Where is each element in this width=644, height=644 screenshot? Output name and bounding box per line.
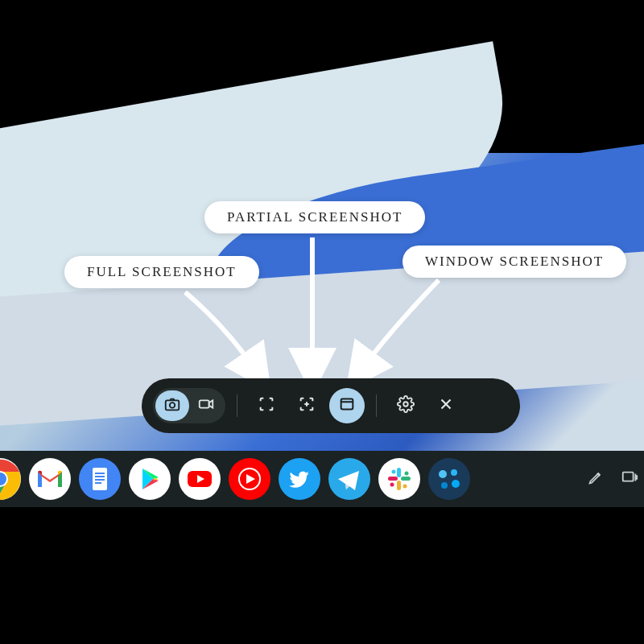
app-youtube-music[interactable] <box>229 458 270 500</box>
svg-rect-37 <box>623 473 634 481</box>
svg-point-36 <box>452 480 460 488</box>
svg-point-4 <box>403 402 408 407</box>
app-telegram[interactable] <box>328 458 370 500</box>
svg-point-28 <box>392 470 396 474</box>
svg-point-30 <box>403 485 407 489</box>
shelf-status-area <box>588 469 644 489</box>
app-twitter[interactable] <box>279 458 320 500</box>
toolbar-divider <box>237 394 237 417</box>
svg-point-31 <box>390 483 394 487</box>
screenshot-mode-button[interactable] <box>155 390 189 421</box>
capture-mode-toggle <box>153 388 225 423</box>
annotation-full-screenshot: FULL SCREENSHOT <box>64 256 259 288</box>
svg-point-1 <box>170 402 175 407</box>
app-slack[interactable] <box>378 458 420 500</box>
full-screenshot-button[interactable] <box>249 388 284 423</box>
arrow-full <box>177 286 282 394</box>
svg-point-9 <box>29 458 71 500</box>
window-screenshot-button[interactable] <box>329 388 365 423</box>
svg-rect-2 <box>200 400 209 407</box>
partial-corners-plus-icon <box>298 395 316 416</box>
screen-record-mode-button[interactable] <box>189 390 223 421</box>
svg-point-29 <box>405 472 409 476</box>
app-unknown-colorful[interactable] <box>428 458 470 500</box>
svg-rect-27 <box>388 477 398 481</box>
window-icon <box>338 395 356 416</box>
window-overview-icon <box>620 475 639 489</box>
gear-icon <box>397 395 415 416</box>
app-chrome[interactable] <box>0 458 21 500</box>
app-docs[interactable] <box>79 458 121 500</box>
annotation-window-screenshot: WINDOW SCREENSHOT <box>402 246 626 278</box>
close-icon <box>437 395 455 416</box>
partial-screenshot-button[interactable] <box>289 388 324 423</box>
svg-rect-26 <box>397 481 401 490</box>
capture-toolbar <box>142 378 520 433</box>
svg-point-33 <box>439 470 447 478</box>
arrow-window <box>350 274 455 386</box>
svg-rect-3 <box>341 399 353 410</box>
svg-rect-14 <box>95 479 105 481</box>
svg-rect-25 <box>401 477 411 481</box>
svg-point-35 <box>441 482 448 489</box>
pen-icon <box>588 474 604 488</box>
app-youtube[interactable] <box>179 458 221 500</box>
close-capture-button[interactable] <box>428 388 464 423</box>
stylus-tool-button[interactable] <box>588 469 604 489</box>
svg-rect-13 <box>95 476 105 477</box>
svg-rect-0 <box>166 400 180 410</box>
video-camera-icon <box>197 395 215 416</box>
overview-button[interactable] <box>620 469 639 489</box>
arrow-partial <box>298 233 338 386</box>
annotation-partial-screenshot: PARTIAL SCREENSHOT <box>204 201 425 233</box>
app-gmail[interactable] <box>29 458 71 500</box>
svg-rect-15 <box>95 482 101 484</box>
shelf-taskbar <box>0 451 644 507</box>
app-play-store[interactable] <box>129 458 171 500</box>
toolbar-divider <box>376 394 377 417</box>
svg-rect-24 <box>397 468 401 477</box>
svg-point-23 <box>378 458 420 500</box>
svg-point-34 <box>451 469 457 476</box>
capture-settings-button[interactable] <box>388 388 423 423</box>
fullscreen-corners-icon <box>258 395 275 416</box>
svg-rect-12 <box>95 473 105 474</box>
svg-point-32 <box>428 458 470 500</box>
camera-icon <box>163 395 181 416</box>
